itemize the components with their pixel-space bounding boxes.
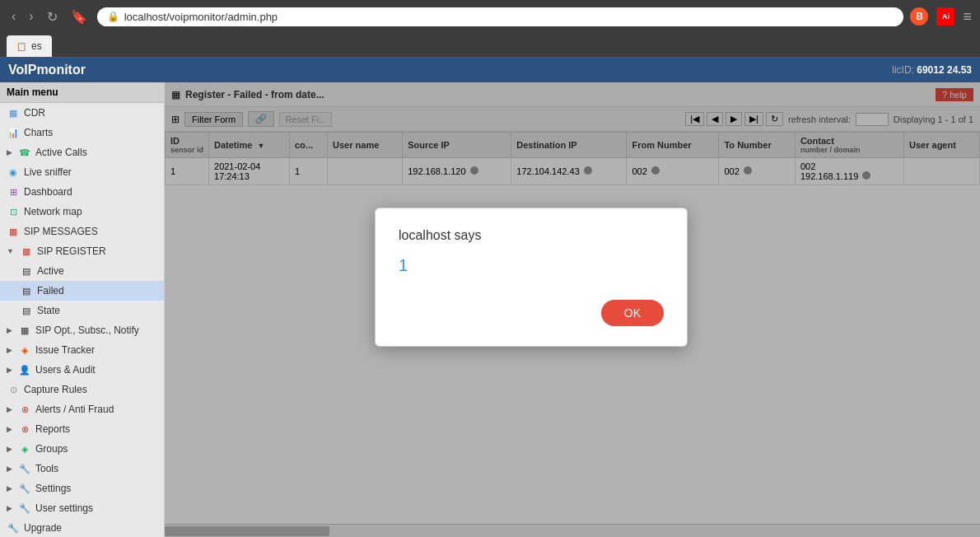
tab-bar: 📋 es: [0, 33, 980, 58]
issue-tracker-icon: ◈: [18, 343, 31, 357]
groups-expand-icon: ▶: [7, 445, 12, 453]
sidebar-label-active-calls: Active Calls: [35, 147, 87, 158]
main-layout: Main menu ▦ CDR 📊 Charts ▶ ☎ Active Call…: [0, 82, 980, 537]
modal-dialog: localhost says 1 OK: [375, 208, 688, 347]
sidebar-label-charts: Charts: [24, 127, 53, 138]
tab-label: es: [31, 40, 42, 52]
sidebar-label-issue-tracker: Issue Tracker: [35, 344, 95, 356]
sidebar-item-groups[interactable]: ▶ ◈ Groups: [0, 439, 164, 459]
sidebar-label-capture-rules: Capture Rules: [24, 384, 87, 395]
sidebar-label-cdr: CDR: [24, 107, 45, 119]
modal-overlay: localhost says 1 OK: [165, 82, 980, 537]
sidebar-item-issue-tracker[interactable]: ▶ ◈ Issue Tracker: [0, 340, 164, 360]
address-bar[interactable]: 🔒 localhost/voipmonitor/admin.php: [97, 7, 904, 26]
sidebar-label-groups: Groups: [35, 443, 68, 455]
sip-opt-expand-icon: ▶: [7, 326, 12, 334]
bookmark-button[interactable]: 🔖: [68, 6, 91, 28]
sidebar-item-cdr[interactable]: ▦ CDR: [0, 103, 164, 123]
lock-icon: 🔒: [107, 11, 119, 22]
sidebar-item-live-sniffer[interactable]: ◉ Live sniffer: [0, 162, 164, 182]
reports-icon: ⊗: [18, 423, 31, 436]
sip-opt-icon: ▦: [18, 324, 31, 337]
sidebar-label-sip-opt: SIP Opt., Subsc., Notify: [35, 325, 139, 336]
sidebar-label-sip-messages: SIP MESSAGES: [24, 226, 98, 237]
charts-icon: 📊: [7, 126, 20, 139]
sidebar-item-reports[interactable]: ▶ ⊗ Reports: [0, 419, 164, 439]
lic-id-label: licID:: [892, 64, 914, 76]
sidebar-label-upgrade: Upgrade: [24, 522, 62, 534]
sidebar-item-state[interactable]: ▤ State: [0, 301, 164, 320]
app-title: VoIPmonitor: [8, 63, 86, 77]
sidebar-item-user-settings[interactable]: ▶ 🔧 User settings: [0, 498, 164, 518]
sidebar-item-settings[interactable]: ▶ 🔧 Settings: [0, 479, 164, 498]
active-icon: ▤: [20, 264, 33, 278]
cdr-icon: ▦: [7, 106, 20, 119]
state-icon: ▤: [20, 304, 33, 317]
sidebar-label-sip-register: SIP REGISTER: [37, 245, 106, 257]
app-header: VoIPmonitor licID: 69012 24.53: [0, 58, 980, 82]
user-settings-expand-icon: ▶: [7, 504, 12, 512]
sidebar-item-dashboard[interactable]: ⊞ Dashboard: [0, 182, 164, 202]
reports-expand-icon: ▶: [7, 425, 12, 433]
brave-icon: B: [910, 7, 928, 26]
sidebar-label-alerts: Alerts / Anti Fraud: [35, 404, 114, 415]
app-container: VoIPmonitor licID: 69012 24.53 Main menu…: [0, 58, 980, 537]
users-icon: 👤: [18, 363, 31, 376]
sidebar-label-state: State: [37, 305, 60, 316]
upgrade-icon: 🔧: [7, 521, 20, 535]
sidebar-item-network-map[interactable]: ⊡ Network map: [0, 202, 164, 222]
sidebar-label-active: Active: [37, 265, 64, 277]
browser-actions: B Ai ≡: [910, 7, 972, 26]
groups-icon: ◈: [18, 442, 31, 455]
browser-menu-button[interactable]: ≡: [963, 8, 972, 26]
settings-expand-icon: ▶: [7, 484, 12, 493]
forward-button[interactable]: ›: [26, 6, 36, 27]
sidebar-item-failed[interactable]: ▤ Failed: [0, 281, 164, 301]
tools-icon: 🔧: [18, 462, 31, 475]
users-expand-icon: ▶: [7, 366, 12, 374]
sidebar-item-active-calls[interactable]: ▶ ☎ Active Calls: [0, 142, 164, 162]
failed-icon: ▤: [20, 284, 33, 297]
sip-register-expand-icon: ▼: [7, 247, 14, 255]
sidebar-label-user-settings: User settings: [35, 502, 93, 514]
sidebar-label-network-map: Network map: [24, 206, 82, 217]
sidebar-item-tools[interactable]: ▶ 🔧 Tools: [0, 459, 164, 479]
sidebar-item-sip-register[interactable]: ▼ ▦ SIP REGISTER: [0, 241, 164, 261]
alerts-icon: ⊗: [18, 403, 31, 416]
url-text: localhost/voipmonitor/admin.php: [124, 11, 278, 23]
back-button[interactable]: ‹: [8, 6, 19, 27]
reload-button[interactable]: ↻: [44, 6, 61, 28]
lic-id-value: 69012: [917, 64, 944, 76]
active-calls-icon: ☎: [18, 146, 31, 159]
active-tab[interactable]: 📋 es: [7, 35, 52, 57]
capture-rules-icon: ⊙: [7, 383, 20, 396]
modal-footer: OK: [399, 300, 664, 326]
modal-value: 1: [399, 256, 664, 275]
sidebar-label-live-sniffer: Live sniffer: [24, 166, 72, 178]
network-map-icon: ⊡: [7, 205, 20, 218]
sidebar-item-users-audit[interactable]: ▶ 👤 Users & Audit: [0, 360, 164, 380]
acrobat-icon: Ai: [936, 7, 954, 26]
dashboard-icon: ⊞: [7, 185, 20, 198]
sidebar-label-settings: Settings: [35, 483, 71, 494]
tab-favicon: 📋: [16, 42, 26, 51]
sidebar-header: Main menu: [0, 82, 164, 103]
sidebar-label-tools: Tools: [35, 463, 58, 474]
sidebar-item-upgrade[interactable]: 🔧 Upgrade: [0, 518, 164, 537]
sidebar-item-alerts[interactable]: ▶ ⊗ Alerts / Anti Fraud: [0, 399, 164, 419]
sidebar-label-dashboard: Dashboard: [24, 186, 72, 198]
app-header-right: licID: 69012 24.53: [892, 64, 972, 76]
sip-register-icon: ▦: [20, 245, 33, 258]
sidebar-item-capture-rules[interactable]: ⊙ Capture Rules: [0, 380, 164, 399]
sidebar-item-active[interactable]: ▤ Active: [0, 261, 164, 281]
sidebar-label-failed: Failed: [37, 285, 64, 297]
sidebar-item-sip-messages[interactable]: ▦ SIP MESSAGES: [0, 222, 164, 241]
modal-ok-button[interactable]: OK: [601, 300, 664, 326]
expand-icon: ▶: [7, 148, 12, 156]
sidebar-item-sip-opt[interactable]: ▶ ▦ SIP Opt., Subsc., Notify: [0, 320, 164, 340]
sidebar-label-reports: Reports: [35, 423, 70, 435]
user-settings-icon: 🔧: [18, 502, 31, 515]
sidebar: Main menu ▦ CDR 📊 Charts ▶ ☎ Active Call…: [0, 82, 165, 537]
sidebar-item-charts[interactable]: 📊 Charts: [0, 123, 164, 142]
tools-expand-icon: ▶: [7, 465, 12, 473]
